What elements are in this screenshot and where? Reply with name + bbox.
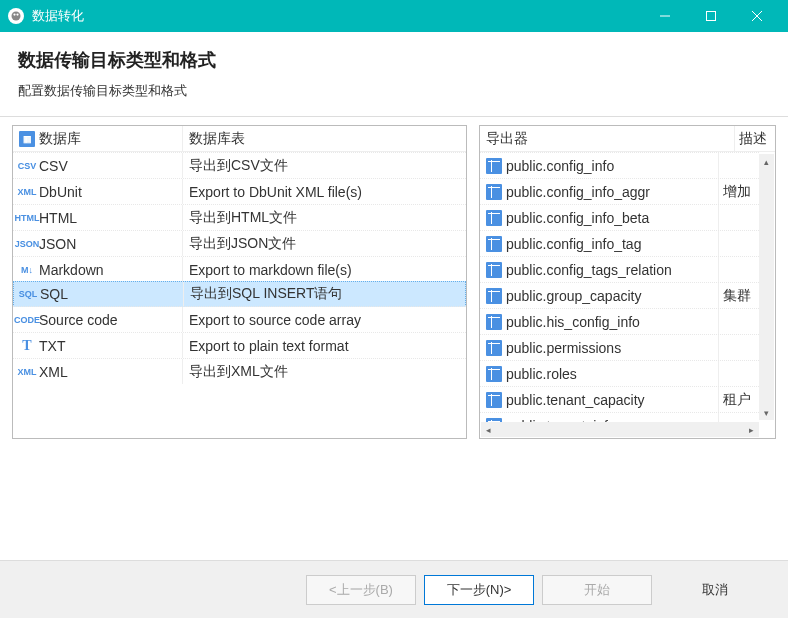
svg-rect-4 <box>707 12 716 21</box>
format-row[interactable]: TTXTExport to plain text format <box>13 332 466 358</box>
svg-point-2 <box>16 13 18 15</box>
format-col-database[interactable]: ▦ 数据库 <box>13 126 183 151</box>
scroll-track[interactable] <box>759 169 774 405</box>
scroll-right-button[interactable]: ▸ <box>744 422 759 437</box>
maximize-button[interactable] <box>688 0 734 32</box>
format-desc: Export to DbUnit XML file(s) <box>183 184 466 200</box>
exporter-row[interactable]: public.his_config_info <box>480 308 759 334</box>
format-desc: 导出到JSON文件 <box>183 235 466 253</box>
scroll-up-button[interactable]: ▴ <box>759 154 774 169</box>
format-list-header: ▦ 数据库 数据库表 <box>13 126 466 152</box>
svg-point-0 <box>12 12 21 21</box>
table-icon <box>486 288 502 304</box>
page-title: 数据传输目标类型和格式 <box>18 48 770 72</box>
minimize-button[interactable] <box>642 0 688 32</box>
sql-icon: SQL <box>20 286 36 302</box>
format-name: Markdown <box>39 262 104 278</box>
grid-icon: ▦ <box>19 131 35 147</box>
format-row[interactable]: CSVCSV导出到CSV文件 <box>13 152 466 178</box>
scroll-down-button[interactable]: ▾ <box>759 405 774 420</box>
exporter-row[interactable]: public.config_info_aggr增加 <box>480 178 759 204</box>
content: ▦ 数据库 数据库表 CSVCSV导出到CSV文件XMLDbUnitExport… <box>0 117 788 447</box>
format-name: XML <box>39 364 68 380</box>
vertical-scrollbar[interactable]: ▴ ▾ <box>759 154 774 420</box>
exporter-desc: 增加 <box>719 183 759 201</box>
format-row[interactable]: CODESource codeExport to source code arr… <box>13 306 466 332</box>
page-subtitle: 配置数据传输目标类型和格式 <box>18 82 770 100</box>
format-rows: CSVCSV导出到CSV文件XMLDbUnitExport to DbUnit … <box>13 152 466 438</box>
xml-icon: XML <box>19 364 35 380</box>
table-icon <box>486 262 502 278</box>
format-desc: 导出到SQL INSERT语句 <box>184 285 465 303</box>
window-title: 数据转化 <box>32 7 642 25</box>
app-icon <box>8 8 24 24</box>
format-name: Source code <box>39 312 118 328</box>
titlebar: 数据转化 <box>0 0 788 32</box>
format-desc: Export to plain text format <box>183 338 466 354</box>
csv-icon: CSV <box>19 158 35 174</box>
exporter-name: public.config_info_tag <box>506 236 641 252</box>
format-desc: Export to markdown file(s) <box>183 262 466 278</box>
exporter-name: public.roles <box>506 366 577 382</box>
exporter-desc: 集群 <box>719 287 759 305</box>
exporter-row[interactable]: public.config_tags_relation <box>480 256 759 282</box>
scroll-left-button[interactable]: ◂ <box>481 422 496 437</box>
exporter-row[interactable]: public.group_capacity集群 <box>480 282 759 308</box>
format-row[interactable]: M↓MarkdownExport to markdown file(s) <box>13 256 466 282</box>
exporter-col-desc[interactable]: 描述 <box>735 130 775 148</box>
exporter-row[interactable]: public.permissions <box>480 334 759 360</box>
exporter-list-header: 导出器 描述 <box>480 126 775 152</box>
format-name: JSON <box>39 236 76 252</box>
format-row[interactable]: SQLSQL导出到SQL INSERT语句 <box>13 281 466 307</box>
format-row[interactable]: XMLXML导出到XML文件 <box>13 358 466 384</box>
format-row[interactable]: XMLDbUnitExport to DbUnit XML file(s) <box>13 178 466 204</box>
svg-point-1 <box>13 13 15 15</box>
cancel-button[interactable]: 取消 <box>660 575 770 605</box>
exporter-name: public.config_tags_relation <box>506 262 672 278</box>
html-icon: HTML <box>19 210 35 226</box>
format-list-pane: ▦ 数据库 数据库表 CSVCSV导出到CSV文件XMLDbUnitExport… <box>12 125 467 439</box>
exporter-col-name[interactable]: 导出器 <box>480 126 735 151</box>
format-name: DbUnit <box>39 184 82 200</box>
header: 数据传输目标类型和格式 配置数据传输目标类型和格式 <box>0 32 788 112</box>
format-row[interactable]: HTMLHTML导出到HTML文件 <box>13 204 466 230</box>
hscroll-track[interactable] <box>496 422 744 437</box>
format-name: HTML <box>39 210 77 226</box>
table-icon <box>486 158 502 174</box>
exporter-name: public.config_info_aggr <box>506 184 650 200</box>
md-icon: M↓ <box>19 262 35 278</box>
exporter-name: public.config_info <box>506 158 614 174</box>
json-icon: JSON <box>19 236 35 252</box>
table-icon <box>486 184 502 200</box>
format-name: SQL <box>40 286 68 302</box>
exporter-row[interactable]: public.config_info_beta <box>480 204 759 230</box>
format-desc: 导出到HTML文件 <box>183 209 466 227</box>
back-button[interactable]: <上一步(B) <box>306 575 416 605</box>
table-icon <box>486 340 502 356</box>
table-icon <box>486 210 502 226</box>
exporter-rows: public.config_infopublic.config_info_agg… <box>480 152 759 422</box>
exporter-row[interactable]: public.tenant_info <box>480 412 759 422</box>
format-col-table[interactable]: 数据库表 <box>183 130 466 148</box>
format-name: TXT <box>39 338 65 354</box>
start-button[interactable]: 开始 <box>542 575 652 605</box>
close-button[interactable] <box>734 0 780 32</box>
next-button[interactable]: 下一步(N)> <box>424 575 534 605</box>
xml-icon: XML <box>19 184 35 200</box>
exporter-row[interactable]: public.config_info_tag <box>480 230 759 256</box>
exporter-row[interactable]: public.tenant_capacity租户 <box>480 386 759 412</box>
exporter-row[interactable]: public.roles <box>480 360 759 386</box>
txt-icon: T <box>19 338 35 354</box>
window-controls <box>642 0 780 32</box>
table-icon <box>486 236 502 252</box>
format-row[interactable]: JSONJSON导出到JSON文件 <box>13 230 466 256</box>
code-icon: CODE <box>19 312 35 328</box>
exporter-row[interactable]: public.config_info <box>480 152 759 178</box>
format-name: CSV <box>39 158 68 174</box>
exporter-desc: 租户 <box>719 391 759 409</box>
horizontal-scrollbar[interactable]: ◂ ▸ <box>481 422 759 437</box>
table-icon <box>486 392 502 408</box>
exporter-name: public.config_info_beta <box>506 210 649 226</box>
exporter-list-pane: 导出器 描述 public.config_infopublic.config_i… <box>479 125 776 439</box>
format-desc: 导出到XML文件 <box>183 363 466 381</box>
